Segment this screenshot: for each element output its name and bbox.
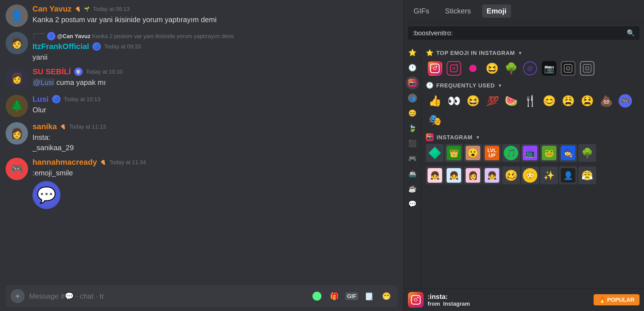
emoji-item[interactable] bbox=[426, 59, 444, 77]
message-text: @Lusi cuma yapak mı bbox=[32, 77, 398, 87]
chevron-down-icon[interactable]: ▾ bbox=[499, 82, 501, 89]
emoji-item[interactable]: 😆 bbox=[483, 59, 501, 77]
emoji-item[interactable] bbox=[578, 59, 596, 77]
emoji-item[interactable]: 👍 bbox=[426, 92, 444, 110]
sidebar-item-travel[interactable]: 🚢 bbox=[406, 167, 419, 180]
pack-emoji-item[interactable]: 🥴 bbox=[502, 166, 520, 184]
emoji-item[interactable]: 👀 bbox=[445, 92, 463, 110]
plant-badge: 🌱 bbox=[84, 6, 90, 12]
message-input[interactable]: Message #💬 · chat · tr bbox=[29, 292, 306, 301]
emoji-item[interactable]: 🎭 bbox=[426, 111, 444, 129]
pack-emoji-item[interactable] bbox=[426, 144, 444, 162]
tab-stickers[interactable]: Stickers bbox=[440, 4, 475, 18]
emoji-item[interactable]: 😫 bbox=[578, 92, 596, 110]
clock-icon: 🕐 bbox=[426, 82, 433, 89]
tooltip-emoji-preview bbox=[408, 292, 424, 308]
star-icon: ⭐ bbox=[426, 49, 433, 57]
pack-emoji-item[interactable]: LVLUP bbox=[483, 144, 501, 162]
gif-button[interactable]: GIF bbox=[346, 290, 358, 302]
sidebar-item-food[interactable]: ☕ bbox=[406, 182, 419, 196]
emoji-item[interactable]: 🍉 bbox=[502, 92, 520, 110]
pack-emoji-item[interactable]: 👑 bbox=[445, 144, 463, 162]
emoji-item[interactable] bbox=[559, 59, 577, 77]
emoji-item[interactable]: 🎮 bbox=[616, 92, 634, 110]
avatar: 🧑 bbox=[6, 32, 28, 54]
chat-input-bar: + Message #💬 · chat · tr 🎁 GIF 🗒️ bbox=[0, 281, 403, 311]
tab-emoji[interactable]: Emoji bbox=[482, 4, 511, 18]
pack-emoji-item[interactable]: 📺 bbox=[521, 144, 539, 162]
pack-emoji-item[interactable]: 😳 bbox=[521, 166, 539, 184]
message-header: SU SEBİLİ 🛡️ Today at 10:10 bbox=[32, 67, 398, 76]
message-text: Kanka 2 postum var yani ikisinide yorum … bbox=[32, 15, 398, 25]
emoji-icon: 😁 bbox=[382, 292, 391, 301]
svg-text:🎮: 🎮 bbox=[11, 163, 23, 175]
emoji-item[interactable]: 😩 bbox=[559, 92, 577, 110]
avatar: 🎮 bbox=[6, 158, 28, 180]
emoji-item[interactable]: 💯 bbox=[483, 92, 501, 110]
emoji-item[interactable]: 📷 bbox=[540, 59, 558, 77]
emoji-item[interactable]: 🍴 bbox=[521, 92, 539, 110]
pack-emoji-item[interactable]: ✨ bbox=[540, 166, 558, 184]
chevron-down-icon[interactable]: ▾ bbox=[477, 134, 479, 140]
tab-gifs[interactable]: GIFs bbox=[409, 4, 434, 18]
sidebar-item-symbols[interactable]: 💬 bbox=[406, 197, 419, 211]
emoji-item[interactable]: 🌳 bbox=[502, 59, 520, 77]
username: hannahmacready bbox=[32, 158, 97, 167]
pack-emoji-item[interactable]: 👧 bbox=[426, 166, 444, 184]
pack-emoji-item[interactable]: 🧙 bbox=[559, 144, 577, 162]
pack-emoji-item[interactable]: 😤 bbox=[578, 166, 596, 184]
gift-button[interactable]: 🎁 bbox=[328, 290, 340, 302]
pack-emoji-item[interactable]: 🎵 bbox=[502, 144, 520, 162]
svg-text:🌲: 🌲 bbox=[11, 100, 23, 112]
moon-icon bbox=[312, 292, 321, 301]
emoji-button[interactable]: 😁 bbox=[380, 290, 393, 302]
sidebar-item-nature[interactable]: 🍃 bbox=[406, 122, 419, 135]
message-header: sanika 🍕 Today at 11:13 bbox=[32, 122, 398, 131]
message-header: ItzFrankOfficial 🔵 Today at 09:33 bbox=[32, 42, 398, 51]
pack-emoji-item[interactable]: 🐸 bbox=[540, 144, 558, 162]
timestamp: Today at 11:13 bbox=[69, 124, 106, 130]
svg-text:👩: 👩 bbox=[11, 127, 23, 139]
message-text: Olur bbox=[32, 105, 398, 115]
chevron-down-icon[interactable]: ▾ bbox=[519, 50, 521, 56]
sidebar-item-instagram[interactable]: 📷 bbox=[406, 76, 419, 90]
emoji-item[interactable]: 😆 bbox=[464, 92, 482, 110]
pack-emoji-item[interactable]: 👧 bbox=[483, 166, 501, 184]
pack-emoji-item[interactable]: 👩 bbox=[464, 166, 482, 184]
tooltip-info: :insta: from Instagram bbox=[428, 293, 590, 307]
sidebar-item-recent[interactable]: 🕐 bbox=[406, 61, 419, 75]
emoji-item[interactable]: @ bbox=[521, 59, 539, 77]
frequently-used-grid: 👍 👀 😆 💯 🍉 🍴 😊 😩 😫 💩 🎮 🎭 bbox=[426, 92, 640, 129]
search-icon[interactable]: 🔍 bbox=[627, 29, 635, 37]
sidebar-item-smileys[interactable]: 😊 bbox=[406, 106, 419, 120]
emoji-search-input[interactable] bbox=[412, 29, 624, 37]
top-instagram-grid: 😆 🌳 @ 📷 bbox=[426, 59, 640, 77]
sidebar-item-favorites[interactable]: ⭐ bbox=[406, 46, 419, 59]
emoji-item[interactable]: 😊 bbox=[540, 92, 558, 110]
chat-messages: 👤 Can Yavuz 🍕 🌱 Today at 09:13 Kanka 2 p… bbox=[0, 0, 403, 281]
sidebar-item-group[interactable]: 👥 bbox=[406, 91, 419, 105]
pack-emoji-item[interactable]: 👧 bbox=[445, 166, 463, 184]
emoji-tooltip: :insta: from Instagram 🔥 POPULAR bbox=[403, 288, 644, 311]
tooltip-emoji-name: :insta: bbox=[428, 293, 590, 301]
sidebar-item-objects[interactable]: ⬛ bbox=[406, 137, 419, 150]
emoji-item[interactable] bbox=[464, 59, 482, 77]
sidebar-item-activities[interactable]: 🎮 bbox=[406, 152, 419, 165]
popular-badge: 🔥 POPULAR bbox=[594, 294, 640, 305]
message-content: sanika 🍕 Today at 11:13 Insta:_sanikaa_2… bbox=[32, 122, 398, 153]
pack-emoji-item[interactable]: 🌳 bbox=[578, 144, 596, 162]
username: Can Yavuz bbox=[32, 4, 72, 13]
add-attachment-button[interactable]: + bbox=[11, 289, 25, 303]
message-group: 👩 SU SEBİLİ 🛡️ Today at 10:10 @Lusi cuma… bbox=[6, 67, 398, 90]
emoji-item[interactable]: 💩 bbox=[597, 92, 615, 110]
moon-button[interactable] bbox=[311, 290, 323, 302]
pizza-badge: 🍕 bbox=[75, 6, 81, 12]
sticker-button[interactable]: 🗒️ bbox=[363, 290, 375, 302]
chat-input-inner: + Message #💬 · chat · tr 🎁 GIF 🗒️ bbox=[6, 285, 398, 307]
top-instagram-section-header: ⭐ TOP EMOJI IN INSTAGRAM ▾ bbox=[426, 49, 640, 57]
pack-emoji-item[interactable]: 😮 bbox=[464, 144, 482, 162]
frequently-used-title: FREQUENTLY USED bbox=[436, 82, 495, 89]
avatar: 🌲 bbox=[6, 95, 28, 117]
pack-emoji-item[interactable]: 👤 bbox=[559, 166, 577, 184]
emoji-item[interactable] bbox=[445, 59, 463, 77]
